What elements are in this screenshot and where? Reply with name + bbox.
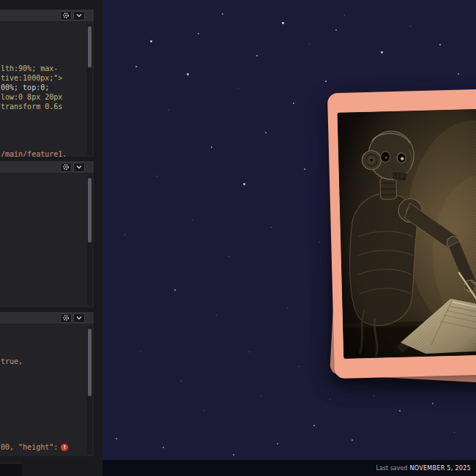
chevron-down-icon <box>75 314 83 321</box>
code-line <box>1 45 94 54</box>
cell-scrollbar[interactable] <box>87 326 92 455</box>
cell-toolbar <box>0 161 94 174</box>
scrollbar-thumb[interactable] <box>88 329 92 396</box>
code-line: /main/feature1. <box>1 149 94 157</box>
error-badge[interactable]: ! <box>61 444 68 451</box>
notebook-cell: true,00, "height":! <box>0 312 94 456</box>
star <box>157 176 157 176</box>
star <box>228 256 229 257</box>
code-area[interactable]: lth:90%; max-tive:1000px;">00%; top:0;lo… <box>0 22 94 157</box>
star <box>282 22 284 24</box>
code-line: 00%; top:0; <box>1 83 94 92</box>
star <box>238 88 239 89</box>
cell-scrollbar[interactable] <box>87 23 92 155</box>
code-line <box>1 54 94 64</box>
code-line <box>1 35 94 45</box>
star <box>187 73 189 75</box>
star <box>163 447 164 448</box>
star <box>381 51 383 53</box>
star <box>344 15 345 15</box>
last-saved-label: Last saved <box>376 465 407 472</box>
star <box>410 26 411 26</box>
code-line: tive:1000px;"> <box>1 73 94 83</box>
star <box>124 234 125 235</box>
star <box>256 55 258 56</box>
cell-collapse-button[interactable] <box>73 11 85 21</box>
star <box>309 44 310 45</box>
star <box>299 366 300 367</box>
star <box>181 381 182 382</box>
notebook-cells: lth:90%; max-tive:1000px;">00%; top:0;lo… <box>0 10 103 456</box>
code-line <box>1 121 94 130</box>
cell-settings-button[interactable] <box>60 313 72 323</box>
gear-icon <box>62 314 70 321</box>
code-line <box>1 395 94 404</box>
chevron-down-icon <box>75 12 83 19</box>
star <box>216 315 217 316</box>
star <box>168 110 169 111</box>
star <box>293 103 294 104</box>
cell-toolbar <box>0 10 94 22</box>
robot-scribe-illustration <box>338 108 476 359</box>
scrollbar-thumb[interactable] <box>88 26 92 67</box>
code-area[interactable] <box>0 174 94 308</box>
code-line <box>1 26 94 35</box>
cell-scrollbar[interactable] <box>87 175 92 306</box>
cell-settings-button[interactable] <box>60 163 72 172</box>
star <box>458 73 459 75</box>
chevron-down-icon <box>75 163 83 171</box>
star <box>222 13 223 15</box>
star <box>192 220 193 220</box>
star <box>150 40 152 42</box>
gear-icon <box>62 12 70 19</box>
code-line: low:0 8px 20px <box>1 92 94 102</box>
code-line <box>1 376 94 385</box>
preview-pane: Last saved NOVEMBER 5, 2025 <box>103 0 476 476</box>
star <box>204 410 204 411</box>
code-line <box>1 423 94 433</box>
code-line <box>1 130 94 140</box>
star <box>287 308 288 308</box>
star <box>335 29 337 31</box>
star <box>249 352 250 352</box>
gear-icon <box>62 163 70 171</box>
code-area[interactable]: true,00, "height":! <box>0 324 94 456</box>
star <box>174 289 176 291</box>
star <box>352 439 353 441</box>
code-line: true, <box>1 357 94 366</box>
code-lines: true,00, "height":! <box>0 324 94 452</box>
code-line: transform 0.6s <box>1 102 94 111</box>
star <box>330 399 330 400</box>
illustration-card[interactable] <box>327 89 476 379</box>
code-lines <box>0 174 94 177</box>
code-line <box>1 414 94 423</box>
cell-settings-button[interactable] <box>60 11 72 21</box>
last-saved-date: NOVEMBER 5, 2025 <box>409 465 471 472</box>
cell-collapse-button[interactable] <box>73 163 85 172</box>
code-line <box>1 385 94 395</box>
star <box>439 44 441 45</box>
star <box>135 66 137 67</box>
star <box>304 168 305 170</box>
star <box>261 395 261 396</box>
star <box>313 425 315 426</box>
star <box>454 432 455 433</box>
star <box>277 443 278 445</box>
star <box>319 242 320 242</box>
code-line <box>1 140 94 149</box>
scrollbar-thumb[interactable] <box>88 178 92 242</box>
code-line <box>1 338 94 347</box>
cell-toolbar <box>0 312 94 324</box>
status-bar: Last saved NOVEMBER 5, 2025 <box>103 460 476 476</box>
star <box>265 132 267 133</box>
star <box>373 395 374 396</box>
code-line <box>1 347 94 357</box>
cell-collapse-button[interactable] <box>73 313 85 323</box>
code-line: lth:90%; max- <box>1 64 94 73</box>
app-root: lth:90%; max-tive:1000px;">00%; top:0;lo… <box>0 0 476 476</box>
star <box>141 352 141 352</box>
notebook-cell: lth:90%; max-tive:1000px;">00%; top:0;lo… <box>0 10 94 157</box>
star <box>233 454 234 455</box>
star <box>399 410 401 412</box>
partial-cell-toolbar <box>0 463 22 476</box>
